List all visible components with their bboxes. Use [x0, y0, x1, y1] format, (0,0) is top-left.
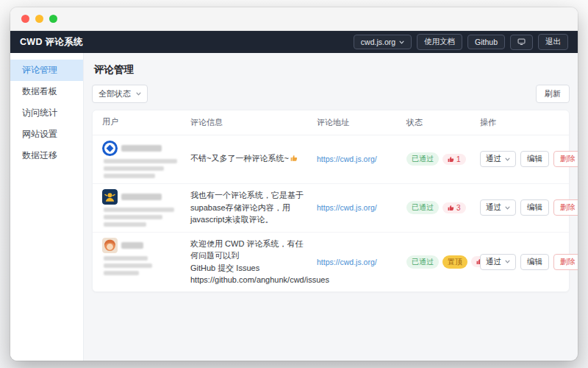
status-cell: 已通过 3 [401, 196, 475, 219]
actions-cell: 通过 编辑 删除 [475, 194, 578, 221]
comment-url-link[interactable]: https://cwd.js.org/ [317, 203, 377, 212]
blurred-user-email [104, 159, 177, 163]
blurred-user-meta [104, 166, 164, 171]
avatar [102, 238, 118, 253]
status-filter-value: 全部状态 [98, 88, 131, 99]
logout-button[interactable]: 退出 [538, 34, 568, 50]
blurred-user-meta [104, 222, 146, 227]
sidebar-item-comments[interactable]: 评论管理 [10, 60, 83, 81]
site-select[interactable]: cwd.js.org [354, 35, 412, 49]
blurred-user-meta [104, 215, 162, 219]
user-cell [97, 184, 185, 232]
actions-cell: 通过 编辑 删除 [475, 249, 578, 275]
main-content: 评论管理 全部状态 刷新 用户 评论信息 评论地址 [84, 53, 578, 361]
thumbs-up-icon [448, 156, 454, 163]
pinned-badge: 置顶 [442, 255, 467, 269]
avatar [102, 189, 118, 205]
avatar [102, 141, 118, 156]
window-body: 评论管理 数据看板 访问统计 网站设置 数据迁移 评论管理 全部状态 刷新 [10, 53, 578, 361]
user-cell [97, 135, 185, 183]
blurred-user-meta [104, 174, 155, 178]
screen-mode-button[interactable] [510, 35, 533, 50]
chevron-down-icon [505, 157, 510, 162]
comments-table: 用户 评论信息 评论地址 状态 操作 [92, 110, 570, 292]
col-status: 状态 [401, 111, 475, 134]
page-title: 评论管理 [94, 63, 570, 77]
comment-text: 我也有一个评论系统，它是基于supabase存储评论内容，用javascript… [185, 184, 312, 231]
edit-button[interactable]: 编辑 [520, 199, 549, 216]
chevron-down-icon [399, 40, 404, 45]
github-button[interactable]: Github [467, 35, 505, 49]
sidebar-item-data-migration[interactable]: 数据迁移 [10, 145, 83, 166]
blurred-user-email [104, 256, 148, 261]
status-action-select[interactable]: 通过 [480, 199, 516, 216]
comment-url-cell: https://cwd.js.org/ [312, 252, 401, 272]
chevron-down-icon [505, 259, 510, 264]
close-window-button[interactable] [21, 15, 29, 23]
toolbar: 全部状态 刷新 [92, 85, 570, 103]
col-comment: 评论信息 [185, 110, 312, 135]
app-title: CWD 评论系统 [20, 36, 83, 49]
likes-count: 1 [456, 155, 461, 163]
sidebar-item-dashboard[interactable]: 数据看板 [10, 81, 83, 102]
status-badge: 已通过 [406, 201, 439, 214]
blurred-user-meta [104, 263, 152, 268]
blurred-username [121, 242, 143, 249]
thumbs-up-emoji [290, 153, 298, 166]
maximize-window-button[interactable] [49, 15, 57, 23]
status-cell: 已通过 1 [401, 147, 475, 171]
status-cell: 已通过 置顶 6 [401, 250, 475, 274]
comment-text: 欢迎使用 CWD 评论系统，有任何问题可以到 GitHub 提交 Issues … [185, 233, 312, 291]
comment-url-link[interactable]: https://cwd.js.org/ [317, 155, 377, 163]
minimize-window-button[interactable] [35, 15, 43, 23]
user-cell [97, 233, 185, 280]
actions-cell: 通过 编辑 删除 [475, 146, 578, 172]
thumbs-up-icon [448, 205, 454, 211]
table-row: 我也有一个评论系统，它是基于supabase存储评论内容，用javascript… [93, 184, 569, 233]
comment-url-cell: https://cwd.js.org/ [312, 149, 401, 169]
sidebar-item-visit-stats[interactable]: 访问统计 [10, 102, 83, 124]
delete-button[interactable]: 删除 [553, 254, 578, 270]
col-user: 用户 [97, 110, 185, 133]
status-badge: 已通过 [406, 152, 439, 166]
window-titlebar [10, 7, 578, 31]
likes-badge: 1 [442, 154, 466, 165]
refresh-button[interactable]: 刷新 [536, 85, 570, 103]
comment-text: 不错~又多了一种评论系统~ [185, 147, 312, 171]
app-window: CWD 评论系统 cwd.js.org 使用文档 Github [10, 7, 578, 361]
table-row: 欢迎使用 CWD 评论系统，有任何问题可以到 GitHub 提交 Issues … [93, 233, 569, 291]
status-action-value: 通过 [486, 202, 501, 213]
navbar-actions: cwd.js.org 使用文档 Github 退出 [354, 34, 568, 50]
chevron-down-icon [136, 91, 141, 96]
status-action-select[interactable]: 通过 [480, 151, 516, 167]
sidebar: 评论管理 数据看板 访问统计 网站设置 数据迁移 [10, 53, 84, 361]
likes-badge: 3 [442, 202, 466, 213]
blurred-username [121, 194, 162, 200]
table-row: 不错~又多了一种评论系统~ https://cwd.js.org/ 已通过 1 [93, 135, 569, 184]
chevron-down-icon [505, 205, 510, 210]
table-header-row: 用户 评论信息 评论地址 状态 操作 [93, 110, 569, 135]
status-badge: 已通过 [406, 255, 439, 269]
col-actions: 操作 [475, 111, 564, 134]
status-action-value: 通过 [486, 154, 501, 164]
blurred-user-meta [104, 271, 139, 275]
blurred-username [121, 145, 162, 152]
status-action-select[interactable]: 通过 [480, 254, 516, 270]
status-action-value: 通过 [486, 257, 501, 267]
delete-button[interactable]: 删除 [553, 151, 578, 167]
comment-url-link[interactable]: https://cwd.js.org/ [317, 258, 377, 266]
monitor-icon [517, 38, 526, 47]
blurred-user-email [104, 208, 174, 212]
status-filter-select[interactable]: 全部状态 [92, 85, 148, 103]
site-select-value: cwd.js.org [361, 38, 395, 46]
comment-url-cell: https://cwd.js.org/ [312, 198, 401, 217]
edit-button[interactable]: 编辑 [520, 151, 549, 167]
desktop-background: CWD 评论系统 cwd.js.org 使用文档 Github [0, 0, 588, 368]
sidebar-item-site-settings[interactable]: 网站设置 [10, 124, 83, 145]
docs-button[interactable]: 使用文档 [417, 34, 462, 50]
likes-count: 3 [456, 204, 461, 212]
delete-button[interactable]: 删除 [553, 199, 578, 216]
edit-button[interactable]: 编辑 [520, 254, 549, 270]
top-navbar: CWD 评论系统 cwd.js.org 使用文档 Github [10, 31, 578, 53]
col-url: 评论地址 [312, 111, 401, 134]
